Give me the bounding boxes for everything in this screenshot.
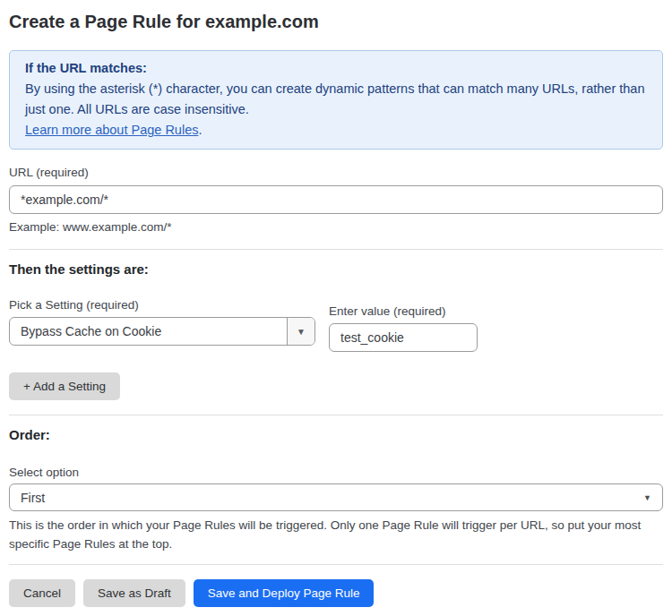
url-example-helper: Example: www.example.com/* xyxy=(9,219,663,235)
chevron-down-icon: ▼ xyxy=(643,493,651,502)
url-field-label: URL (required) xyxy=(9,165,663,180)
setting-value-input[interactable] xyxy=(329,323,478,352)
settings-section-heading: Then the settings are: xyxy=(9,261,663,278)
save-and-deploy-button[interactable]: Save and Deploy Page Rule xyxy=(194,579,375,607)
settings-row: Pick a Setting (required) Bypass Cache o… xyxy=(9,297,663,352)
url-matches-info-box: If the URL matches: By using the asteris… xyxy=(9,50,663,150)
setting-value-column: Enter value (required) xyxy=(329,304,478,352)
setting-picker-dropdown[interactable]: Bypass Cache on Cookie ▼ xyxy=(9,317,315,346)
learn-more-link[interactable]: Learn more about Page Rules xyxy=(25,123,198,137)
page-title: Create a Page Rule for example.com xyxy=(9,12,663,32)
url-input[interactable] xyxy=(9,185,663,214)
setting-picker-label: Pick a Setting (required) xyxy=(9,297,315,312)
link-period: . xyxy=(198,123,202,137)
setting-value-label: Enter value (required) xyxy=(329,304,478,319)
info-box-heading: If the URL matches: xyxy=(25,58,647,79)
add-setting-button[interactable]: + Add a Setting xyxy=(9,372,120,400)
order-helper-text: This is the order in which your Page Rul… xyxy=(9,516,654,553)
save-as-draft-button[interactable]: Save as Draft xyxy=(83,579,185,607)
order-selected-value: First xyxy=(21,491,643,505)
cancel-button[interactable]: Cancel xyxy=(9,579,75,607)
info-box-body: By using the asterisk (*) character, you… xyxy=(25,79,647,120)
divider xyxy=(9,564,663,565)
info-box-link-line: Learn more about Page Rules. xyxy=(25,120,647,141)
chevron-down-icon: ▼ xyxy=(297,327,306,337)
order-section-heading: Order: xyxy=(9,426,663,443)
divider xyxy=(9,249,663,250)
order-select-label: Select option xyxy=(9,465,663,480)
create-page-rule-form: Create a Page Rule for example.com If th… xyxy=(0,12,672,607)
setting-picker-arrow-button[interactable]: ▼ xyxy=(287,318,314,345)
setting-picker-column: Pick a Setting (required) Bypass Cache o… xyxy=(9,297,315,346)
order-select-dropdown[interactable]: First ▼ xyxy=(9,483,663,511)
setting-picker-selected-value: Bypass Cache on Cookie xyxy=(10,318,287,345)
divider xyxy=(9,415,663,415)
form-actions: Cancel Save as Draft Save and Deploy Pag… xyxy=(9,579,663,607)
